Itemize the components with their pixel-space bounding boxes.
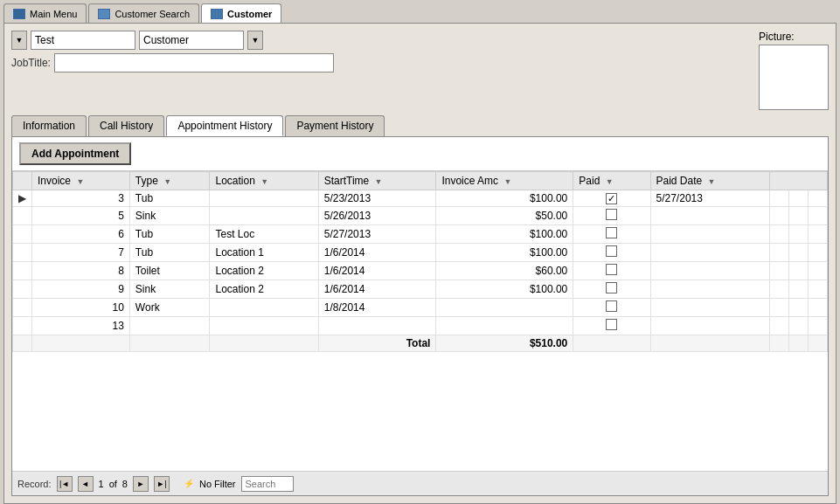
checkbox-checked[interactable]: ✓ [606, 193, 617, 204]
cell-location [210, 317, 318, 335]
cell-invoice: 5 [32, 207, 130, 225]
cell-paid[interactable] [573, 225, 650, 244]
suffix-dropdown[interactable]: ▼ [247, 31, 263, 50]
cell-paid[interactable] [573, 299, 650, 317]
nav-next-button[interactable]: ► [133, 476, 149, 492]
tab-payment-history[interactable]: Payment History [285, 115, 385, 136]
cell-paid[interactable] [573, 207, 650, 225]
col-indicator [13, 172, 32, 190]
cell-extra [789, 207, 809, 225]
picture-frame [759, 45, 829, 110]
cell-paid[interactable] [573, 244, 650, 262]
cell-paid-date [650, 280, 770, 299]
cell-invoice-amt: $100.00 [436, 280, 573, 299]
cell-paid-date [650, 262, 770, 280]
tab-appointment-history[interactable]: Appointment History [166, 115, 283, 136]
cell-paid-date: 5/27/2013 [650, 190, 770, 207]
nav-first-button[interactable]: |◄ [57, 476, 73, 492]
customer-tab-icon [211, 9, 223, 19]
job-title-input[interactable] [54, 53, 334, 72]
row-indicator [13, 262, 32, 280]
total-amount: $510.00 [436, 335, 573, 352]
cell-invoice-amt: $100.00 [436, 225, 573, 244]
cell-type: Tub [129, 190, 210, 207]
table-scroll[interactable]: Invoice ▼ Type ▼ Location ▼ [12, 171, 828, 471]
row-indicator [13, 299, 32, 317]
name-row: ▼ ▼ [11, 31, 755, 50]
table-row[interactable]: 9SinkLocation 21/6/2014$100.00 [13, 280, 828, 299]
nav-prev-button[interactable]: ◄ [78, 476, 94, 492]
table-row[interactable]: 7TubLocation 11/6/2014$100.00 [13, 244, 828, 262]
cell-extra [808, 299, 827, 317]
cell-extra [770, 207, 789, 225]
last-name-input[interactable] [139, 31, 244, 50]
cell-extra [789, 190, 809, 207]
table-row[interactable]: ▶3Tub5/23/2013$100.00✓5/27/2013 [13, 190, 828, 207]
invoice-sort-icon: ▼ [76, 177, 84, 186]
table-row[interactable]: 6TubTest Loc5/27/2013$100.00 [13, 225, 828, 244]
nav-search-input[interactable] [241, 476, 294, 492]
tab-call-history[interactable]: Call History [88, 115, 164, 136]
nav-filter: ⚡ No Filter [182, 477, 236, 491]
tab-bar: Main Menu Customer Search Customer [0, 0, 840, 23]
cell-invoice-amt: $100.00 [436, 190, 573, 207]
checkbox-unchecked[interactable] [606, 209, 617, 220]
col-paid-date[interactable]: Paid Date ▼ [650, 172, 770, 190]
row-indicator [13, 225, 32, 244]
tab-customer[interactable]: Customer [201, 3, 281, 23]
cell-type: Toilet [129, 262, 210, 280]
table-container: Add Appointment Invoice ▼ Type [11, 136, 829, 496]
col-extra [770, 172, 828, 190]
record-of-label: of [109, 479, 117, 489]
checkbox-unchecked[interactable] [606, 264, 617, 275]
col-invoice[interactable]: Invoice ▼ [32, 172, 130, 190]
cell-extra [770, 262, 789, 280]
cell-paid[interactable] [573, 262, 650, 280]
checkbox-unchecked[interactable] [606, 319, 617, 330]
cell-paid[interactable] [573, 317, 650, 335]
appointments-table: Invoice ▼ Type ▼ Location ▼ [12, 171, 828, 352]
cell-extra [770, 225, 789, 244]
col-invoice-amt[interactable]: Invoice Amc ▼ [436, 172, 573, 190]
tab-information[interactable]: Information [11, 115, 87, 136]
filter-icon: ⚡ [182, 477, 196, 491]
checkbox-unchecked[interactable] [606, 245, 617, 257]
cell-extra [808, 225, 827, 244]
checkbox-unchecked[interactable] [606, 227, 617, 238]
cell-extra [808, 207, 827, 225]
cell-paid[interactable] [573, 280, 650, 299]
table-row[interactable]: 5Sink5/26/2013$50.00 [13, 207, 828, 225]
cell-invoice: 9 [32, 280, 130, 299]
row-indicator [13, 317, 32, 335]
tab-customer-search[interactable]: Customer Search [88, 3, 199, 23]
col-paid[interactable]: Paid ▼ [573, 172, 650, 190]
first-name-input[interactable] [31, 31, 135, 50]
table-row[interactable]: 13 [13, 317, 828, 335]
cell-location [210, 207, 318, 225]
tab-customer-label: Customer [227, 9, 272, 19]
tab-main-menu[interactable]: Main Menu [3, 3, 87, 23]
table-row[interactable]: 10Work1/8/2014 [13, 299, 828, 317]
col-starttime[interactable]: StartTime ▼ [318, 172, 436, 190]
checkbox-unchecked[interactable] [606, 282, 617, 293]
main-menu-icon [13, 9, 25, 19]
cell-extra [789, 280, 809, 299]
cell-paid[interactable]: ✓ [573, 190, 650, 207]
add-appointment-button[interactable]: Add Appointment [19, 142, 131, 165]
cell-location: Location 1 [210, 244, 318, 262]
col-location[interactable]: Location ▼ [210, 172, 318, 190]
table-row[interactable]: 8ToiletLocation 21/6/2014$60.00 [13, 262, 828, 280]
col-type[interactable]: Type ▼ [129, 172, 210, 190]
cell-type: Tub [129, 244, 210, 262]
record-current: 1 [99, 479, 104, 489]
cell-starttime: 1/6/2014 [318, 244, 436, 262]
title-dropdown[interactable]: ▼ [11, 31, 27, 50]
form-fields: ▼ ▼ JobTitle: [11, 31, 755, 72]
nav-last-button[interactable]: ►| [154, 476, 170, 492]
row-indicator [13, 207, 32, 225]
checkbox-unchecked[interactable] [606, 300, 617, 312]
cell-type: Work [129, 299, 210, 317]
cell-invoice: 10 [32, 299, 130, 317]
job-title-row: JobTitle: [11, 53, 755, 72]
row-indicator [13, 244, 32, 262]
